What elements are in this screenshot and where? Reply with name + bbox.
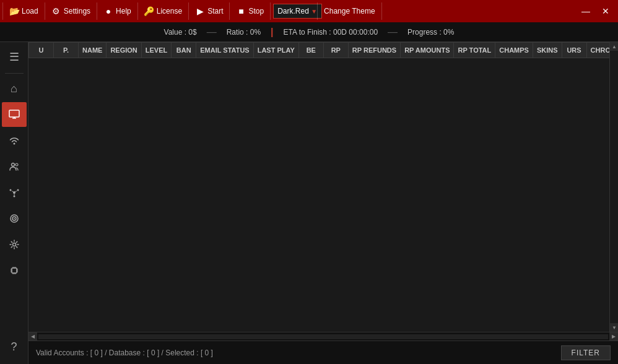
- col-header-rp_amounts[interactable]: RP AMOUNTS: [401, 43, 454, 58]
- col-header-champs[interactable]: CHAMPS: [495, 43, 533, 58]
- col-header-be[interactable]: BE: [298, 43, 323, 58]
- title-bar: 📂 Load ⚙ Settings ● Help 🔑 License ▶ Sta…: [0, 0, 618, 22]
- pipe-separator: |: [271, 27, 273, 38]
- svg-point-9: [13, 196, 15, 197]
- sidebar-divider-1: [5, 73, 24, 74]
- load-icon: 📂: [9, 6, 19, 16]
- col-header-ban[interactable]: BAN: [172, 43, 196, 58]
- scroll-right-arrow[interactable]: ▶: [609, 332, 618, 341]
- sidebar-item-chip[interactable]: [2, 258, 27, 283]
- sidebar: ☰ ⌂: [0, 42, 28, 364]
- col-header-rp[interactable]: RP: [323, 43, 348, 58]
- content-area: UP.NAMEREGIONLEVELBANEMAIL STATUSLAST PL…: [28, 42, 618, 364]
- col-header-rp_total[interactable]: RP TOTAL: [454, 43, 495, 58]
- svg-point-16: [12, 243, 15, 246]
- settings-icon: ⚙: [51, 6, 61, 16]
- sidebar-item-monitor[interactable]: [2, 102, 27, 127]
- col-header-email_status[interactable]: EMAIL STATUS: [196, 43, 253, 58]
- main-layout: ☰ ⌂: [0, 42, 618, 364]
- table-header-row: UP.NAMEREGIONLEVELBANEMAIL STATUSLAST PL…: [29, 43, 610, 58]
- sidebar-item-home[interactable]: ⌂: [2, 76, 27, 101]
- col-header-name[interactable]: NAME: [79, 43, 107, 58]
- col-header-urs[interactable]: URS: [562, 43, 586, 58]
- svg-point-15: [14, 218, 15, 219]
- scroll-track-horizontal[interactable]: [38, 334, 608, 339]
- horizontal-scrollbar[interactable]: ◀ ▶: [28, 332, 618, 340]
- sidebar-item-wifi[interactable]: [2, 128, 27, 153]
- footer: Valid Accounts : [ 0 ] / Database : [ 0 …: [28, 340, 618, 364]
- footer-status: Valid Accounts : [ 0 ] / Database : [ 0 …: [36, 349, 561, 357]
- progress-status: Progress : 0%: [407, 28, 454, 37]
- stop-icon: ■: [236, 6, 246, 16]
- load-button[interactable]: 📂 Load: [2, 2, 45, 20]
- license-button[interactable]: 🔑 License: [138, 2, 189, 20]
- help-button[interactable]: ● Help: [97, 2, 138, 20]
- scroll-up-arrow[interactable]: ▲: [610, 42, 618, 51]
- close-button[interactable]: ✕: [596, 2, 616, 20]
- svg-point-7: [9, 189, 11, 191]
- sidebar-item-network[interactable]: [2, 180, 27, 205]
- col-header-chromas[interactable]: CHROMAS: [586, 43, 609, 58]
- svg-point-4: [11, 163, 14, 167]
- table-wrapper: UP.NAMEREGIONLEVELBANEMAIL STATUSLAST PL…: [28, 42, 618, 332]
- svg-point-5: [15, 163, 18, 166]
- theme-select[interactable]: Dark.Red Dark.Blue Light: [273, 4, 322, 19]
- scroll-left-arrow[interactable]: ◀: [28, 332, 37, 341]
- svg-line-11: [15, 191, 17, 193]
- status-bar: Value : 0$ — Ratio : 0% | ETA to Finish …: [0, 22, 618, 42]
- col-header-rp_refunds[interactable]: RP REFUNDS: [348, 43, 400, 58]
- col-header-u[interactable]: U: [29, 43, 54, 58]
- sep1: —: [207, 27, 217, 38]
- scroll-track-vertical[interactable]: [610, 51, 618, 323]
- sidebar-item-menu[interactable]: ☰: [2, 45, 27, 69]
- col-header-level[interactable]: LEVEL: [141, 43, 171, 58]
- svg-point-3: [13, 143, 15, 145]
- svg-line-10: [12, 191, 14, 193]
- svg-rect-0: [9, 110, 19, 117]
- sidebar-item-help[interactable]: ?: [2, 334, 27, 359]
- data-table: UP.NAMEREGIONLEVELBANEMAIL STATUSLAST PL…: [28, 42, 609, 58]
- col-header-skins[interactable]: SKINS: [533, 43, 562, 58]
- minimize-button[interactable]: —: [576, 2, 596, 20]
- help-icon: ●: [103, 6, 113, 16]
- eta-status: ETA to Finish : 00D 00:00:00: [284, 28, 378, 37]
- svg-point-8: [17, 189, 19, 191]
- window-controls: — ✕: [576, 2, 616, 20]
- start-button[interactable]: ▶ Start: [189, 2, 230, 20]
- sidebar-item-users[interactable]: [2, 154, 27, 179]
- start-icon: ▶: [195, 6, 205, 16]
- stop-button[interactable]: ■ Stop: [230, 2, 271, 20]
- col-header-region[interactable]: REGION: [107, 43, 141, 58]
- value-status: Value : 0$: [164, 28, 197, 37]
- vertical-scrollbar[interactable]: ▲ ▼: [609, 42, 618, 332]
- license-icon: 🔑: [144, 6, 154, 16]
- scroll-down-arrow[interactable]: ▼: [610, 323, 618, 332]
- sep2: —: [388, 27, 398, 38]
- ratio-status: Ratio : 0%: [227, 28, 261, 37]
- col-header-last_play[interactable]: LAST PLAY: [253, 43, 298, 58]
- sidebar-item-target[interactable]: [2, 206, 27, 231]
- svg-rect-17: [12, 268, 17, 273]
- change-theme-button[interactable]: Change Theme: [317, 2, 382, 20]
- theme-select-wrapper: Dark.Red Dark.Blue Light ▼: [273, 4, 317, 19]
- table-container[interactable]: UP.NAMEREGIONLEVELBANEMAIL STATUSLAST PL…: [28, 42, 609, 332]
- filter-button[interactable]: FILTER: [561, 345, 611, 360]
- col-header-p[interactable]: P.: [54, 43, 79, 58]
- sidebar-item-gear[interactable]: [2, 232, 27, 257]
- settings-button[interactable]: ⚙ Settings: [45, 2, 97, 20]
